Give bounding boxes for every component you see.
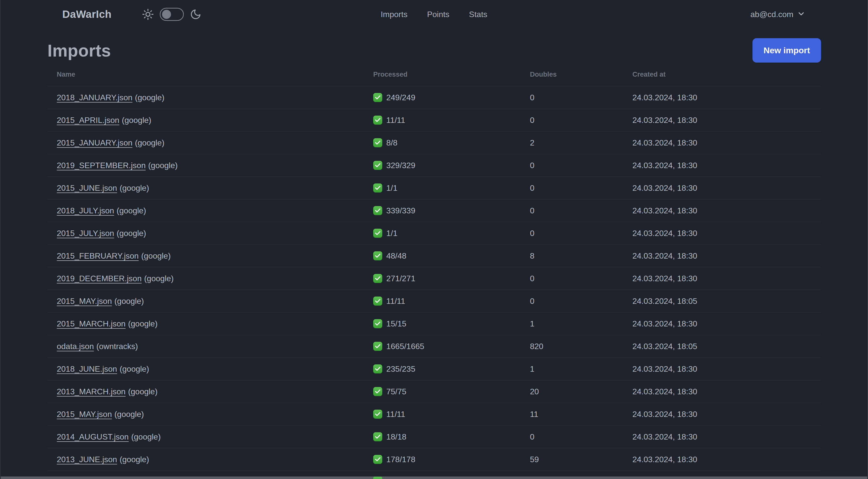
new-import-button[interactable]: New import	[752, 38, 821, 63]
column-header-name: Name	[48, 69, 373, 86]
import-file-link[interactable]: 2018_JULY.json	[57, 206, 114, 215]
doubles-count: 0	[530, 222, 632, 244]
main-nav: Imports Points Stats	[381, 10, 488, 19]
import-file-link[interactable]: 2018_JANUARY.json	[57, 93, 132, 102]
import-table-row: 2018_JULY.json(google) 339/339 0 24.03.2…	[48, 199, 821, 222]
doubles-count: 8	[530, 244, 632, 267]
processed-count: 15/15	[386, 319, 406, 328]
import-file-link[interactable]: 2014_AUGUST.json	[57, 432, 129, 441]
import-file-link[interactable]: odata.json	[57, 342, 94, 351]
horizontal-scrollbar[interactable]	[1, 477, 867, 479]
success-check-icon	[373, 206, 382, 215]
processed-count: 249/249	[386, 93, 415, 102]
user-email: ab@cd.com	[750, 10, 794, 19]
import-file-link[interactable]: 2019_DECEMBER.json	[57, 274, 142, 283]
doubles-count: 0	[530, 177, 632, 199]
import-file-link[interactable]: 2013_MARCH.json	[57, 387, 126, 396]
processed-count: 235/235	[386, 364, 415, 374]
column-header-processed: Processed	[373, 69, 530, 86]
created-at: 24.03.2024, 18:30	[632, 199, 821, 222]
created-at: 24.03.2024, 18:30	[632, 448, 821, 471]
theme-switch[interactable]	[160, 8, 184, 21]
import-table-row: 2015_JUNE.json(google) 1/1 0 24.03.2024,…	[48, 177, 821, 199]
created-at: 24.03.2024, 18:30	[632, 154, 821, 177]
created-at: 24.03.2024, 18:30	[632, 403, 821, 425]
import-table-row: 2015_JANUARY.json(google) 8/8 2 24.03.20…	[48, 131, 821, 154]
import-source-label: (google)	[120, 364, 149, 373]
success-check-icon	[373, 116, 382, 125]
import-table-row: 2013_JUNE.json(google) 178/178 59 24.03.…	[48, 448, 821, 471]
success-check-icon	[373, 93, 382, 102]
import-table-row: 2015_JULY.json(google) 1/1 0 24.03.2024,…	[48, 222, 821, 244]
import-file-link[interactable]: 2015_MAY.json	[57, 297, 112, 306]
created-at: 24.03.2024, 18:30	[632, 244, 821, 267]
table-header-row: Name Processed Doubles Created at	[48, 69, 821, 86]
created-at: 24.03.2024, 18:30	[632, 131, 821, 154]
import-table-row: 2019_DECEMBER.json(google) 271/271 0 24.…	[48, 267, 821, 290]
theme-toggle-group	[142, 8, 202, 21]
import-source-label: (google)	[135, 138, 164, 147]
doubles-count: 0	[530, 154, 632, 177]
import-file-link[interactable]: 2015_JULY.json	[57, 229, 114, 238]
success-check-icon	[373, 410, 382, 419]
success-check-icon	[373, 387, 382, 396]
created-at: 24.03.2024, 18:30	[632, 312, 821, 335]
import-file-link[interactable]: 2015_JUNE.json	[57, 183, 117, 192]
doubles-count: 820	[530, 335, 632, 358]
success-check-icon	[373, 161, 382, 170]
import-source-label: (google)	[122, 116, 151, 125]
moon-icon	[190, 8, 202, 20]
import-source-label: (owntracks)	[96, 342, 138, 351]
import-source-label: (google)	[128, 387, 157, 396]
doubles-count: 20	[530, 380, 632, 403]
doubles-count: 0	[530, 86, 632, 109]
import-table-row: odata.json(owntracks) 1665/1665 820 24.0…	[48, 335, 821, 358]
import-file-link[interactable]: 2018_JUNE.json	[57, 364, 117, 373]
import-file-link[interactable]: 2015_MAY.json	[57, 410, 112, 419]
import-source-label: (google)	[120, 455, 149, 464]
navbar: DaWarIch	[1, 0, 867, 29]
page-head: Imports New import	[48, 38, 821, 63]
doubles-count: 0	[530, 267, 632, 290]
nav-item-stats[interactable]: Stats	[469, 10, 487, 19]
created-at: 24.03.2024, 18:30	[632, 380, 821, 403]
created-at: 24.03.2024, 18:30	[632, 358, 821, 380]
import-file-link[interactable]: 2015_FEBRUARY.json	[57, 251, 138, 260]
doubles-count: 1	[530, 312, 632, 335]
success-check-icon	[373, 297, 382, 306]
next-row-status-check-icon-partial	[373, 477, 382, 479]
import-source-label: (google)	[141, 251, 170, 260]
import-file-link[interactable]: 2015_JANUARY.json	[57, 138, 132, 147]
user-menu[interactable]: ab@cd.com	[750, 9, 805, 19]
doubles-count: 1	[530, 358, 632, 380]
processed-count: 178/178	[386, 455, 415, 464]
import-file-link[interactable]: 2013_JUNE.json	[57, 455, 117, 464]
import-file-link[interactable]: 2015_APRIL.json	[57, 116, 119, 125]
import-source-label: (google)	[148, 161, 178, 170]
created-at: 24.03.2024, 18:30	[632, 425, 821, 448]
success-check-icon	[373, 319, 382, 328]
import-source-label: (google)	[135, 93, 164, 102]
doubles-count: 11	[530, 403, 632, 425]
theme-switch-knob[interactable]	[162, 10, 171, 19]
success-check-icon	[373, 138, 382, 147]
created-at: 24.03.2024, 18:30	[632, 267, 821, 290]
brand-logo[interactable]: DaWarIch	[62, 8, 112, 20]
processed-count: 75/75	[386, 387, 406, 396]
doubles-count: 0	[530, 109, 632, 131]
success-check-icon	[373, 229, 382, 238]
import-table-row: 2015_MAY.json(google) 11/11 11 24.03.202…	[48, 403, 821, 425]
import-file-link[interactable]: 2019_SEPTEMBER.json	[57, 161, 146, 170]
import-file-link[interactable]: 2015_MARCH.json	[57, 319, 126, 328]
import-table-row: 2018_JANUARY.json(google) 249/249 0 24.0…	[48, 86, 821, 109]
success-check-icon	[373, 364, 382, 373]
import-table-row: 2015_MARCH.json(google) 15/15 1 24.03.20…	[48, 312, 821, 335]
nav-item-points[interactable]: Points	[427, 10, 449, 19]
app-window: DaWarIch	[0, 0, 868, 479]
doubles-count: 59	[530, 448, 632, 471]
import-table-row: 2015_APRIL.json(google) 11/11 0 24.03.20…	[48, 109, 821, 131]
success-check-icon	[373, 183, 382, 192]
nav-item-imports[interactable]: Imports	[381, 10, 408, 19]
processed-count: 1665/1665	[386, 342, 424, 351]
created-at: 24.03.2024, 18:30	[632, 177, 821, 199]
